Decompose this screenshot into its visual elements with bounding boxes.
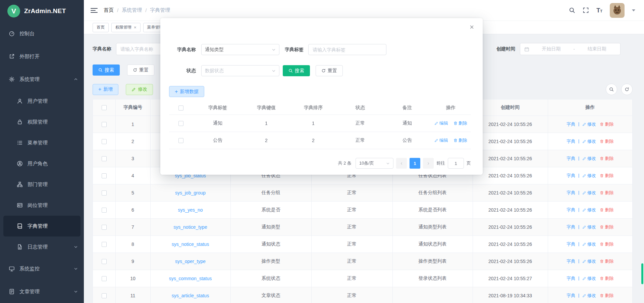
row-checkbox[interactable] xyxy=(102,242,107,247)
sidebar-item-menus[interactable]: 菜单管理 xyxy=(0,132,84,153)
breadcrumb-dictionary[interactable]: 字典管理 xyxy=(150,7,170,13)
delete-link[interactable]: 删除 xyxy=(600,156,613,162)
row-checkbox[interactable] xyxy=(102,122,107,127)
delete-link[interactable]: 删除 xyxy=(453,120,467,126)
row-checkbox[interactable] xyxy=(102,190,107,196)
delete-link[interactable]: 删除 xyxy=(453,137,467,143)
row-checkbox[interactable] xyxy=(102,259,107,264)
dict-link[interactable]: 字典 xyxy=(567,258,575,264)
edit-link[interactable]: 修改 xyxy=(582,173,596,179)
dict-link[interactable]: 字典 xyxy=(567,224,575,230)
dict-type-link[interactable]: sys_article_status xyxy=(172,293,209,298)
sidebar-item-articles[interactable]: 文章管理 xyxy=(0,280,84,303)
modal-reset-button[interactable]: 重置 xyxy=(316,65,343,76)
delete-link[interactable]: 删除 xyxy=(600,138,613,144)
edit-link[interactable]: 修改 xyxy=(582,138,596,144)
edit-link[interactable]: 修改 xyxy=(582,121,596,127)
sidebar-item-roles[interactable]: 用户角色 xyxy=(0,153,84,174)
status-select[interactable]: 数据状态 xyxy=(201,65,279,76)
dict-type-link[interactable]: sys_job_group xyxy=(175,190,206,196)
search-button[interactable]: 搜索 xyxy=(93,64,120,76)
close-icon[interactable]: × xyxy=(134,25,137,30)
dict-label-input[interactable] xyxy=(308,44,386,55)
row-checkbox[interactable] xyxy=(178,138,183,143)
sidebar-item-dictionary[interactable]: 字典管理 xyxy=(3,216,80,236)
breadcrumb-system[interactable]: 系统管理 xyxy=(122,7,142,13)
sidebar-item-permissions[interactable]: 权限管理 xyxy=(0,112,84,132)
reset-button[interactable]: 重置 xyxy=(127,64,154,76)
delete-link[interactable]: 删除 xyxy=(600,173,613,179)
breadcrumb-home[interactable]: 首页 xyxy=(104,7,114,13)
chevron-down-icon[interactable] xyxy=(632,9,635,13)
sidebar-item-monitor[interactable]: 系统监控 xyxy=(0,257,84,280)
fullscreen-icon[interactable] xyxy=(583,7,589,13)
add-data-button[interactable]: + 新增数据 xyxy=(169,86,204,97)
sidebar-item-posts[interactable]: 岗位管理 xyxy=(0,195,84,216)
sidebar-item-logs[interactable]: 日志管理 xyxy=(0,236,84,257)
row-checkbox[interactable] xyxy=(102,139,107,144)
dict-type-link[interactable]: sys_notice_type xyxy=(173,224,207,230)
edit-link[interactable]: 编辑 xyxy=(434,120,448,126)
prev-page-button[interactable]: ‹ xyxy=(396,158,407,169)
tab-home[interactable]: 首页 xyxy=(93,23,109,32)
avatar[interactable] xyxy=(610,3,625,18)
dict-type-link[interactable]: sys_yes_no xyxy=(178,207,203,213)
select-all-checkbox[interactable] xyxy=(102,105,107,110)
next-page-button[interactable]: › xyxy=(423,158,434,169)
edit-link[interactable]: 修改 xyxy=(582,156,596,162)
sidebar-item-users[interactable]: 用户管理 xyxy=(0,91,84,112)
page-size-select[interactable]: 10条/页 xyxy=(356,158,393,169)
row-checkbox[interactable] xyxy=(102,293,107,298)
delete-link[interactable]: 删除 xyxy=(600,275,613,282)
dict-link[interactable]: 字典 xyxy=(567,275,575,282)
delete-link[interactable]: 删除 xyxy=(600,293,613,299)
delete-link[interactable]: 删除 xyxy=(600,190,613,196)
sidebar-item-dashboard[interactable]: 控制台 xyxy=(0,22,84,45)
toggle-search-button[interactable] xyxy=(606,84,617,95)
row-checkbox[interactable] xyxy=(178,121,183,126)
dict-link[interactable]: 字典 xyxy=(567,190,575,196)
dict-type-link[interactable]: sys_notice_status xyxy=(172,242,209,247)
edit-link[interactable]: 修改 xyxy=(582,241,596,247)
dict-link[interactable]: 字典 xyxy=(567,138,575,144)
dict-type-link[interactable]: sys_common_status xyxy=(169,276,212,281)
close-icon[interactable]: × xyxy=(470,24,474,31)
search-icon[interactable] xyxy=(569,7,575,13)
edit-link[interactable]: 修改 xyxy=(582,207,596,213)
dict-link[interactable]: 字典 xyxy=(567,156,575,162)
font-size-icon[interactable]: TT xyxy=(596,7,602,13)
sidebar-toggle-icon[interactable] xyxy=(91,8,98,13)
sidebar-item-external[interactable]: 外部打开 xyxy=(0,45,84,68)
dict-link[interactable]: 字典 xyxy=(567,121,575,127)
tab-permission[interactable]: 权限管理 × xyxy=(111,23,141,32)
goto-page-input[interactable] xyxy=(448,158,464,169)
row-checkbox[interactable] xyxy=(102,156,107,161)
dict-link[interactable]: 字典 xyxy=(567,241,575,247)
edit-link[interactable]: 修改 xyxy=(582,190,596,196)
sidebar-item-system[interactable]: 系统管理 xyxy=(0,68,84,91)
page-1-button[interactable]: 1 xyxy=(410,158,420,169)
modal-search-button[interactable]: 搜索 xyxy=(283,65,310,76)
row-checkbox[interactable] xyxy=(102,225,107,230)
edit-link[interactable]: 编辑 xyxy=(434,137,448,143)
date-range-picker[interactable]: 开始日期 - 结束日期 xyxy=(520,43,621,55)
edit-link[interactable]: 修改 xyxy=(582,293,596,299)
dict-type-link[interactable]: sys_oper_type xyxy=(175,259,206,264)
row-checkbox[interactable] xyxy=(102,173,107,178)
dict-link[interactable]: 字典 xyxy=(567,207,575,213)
edit-button[interactable]: 修改 xyxy=(126,84,153,95)
add-button[interactable]: + 新增 xyxy=(93,84,118,95)
delete-link[interactable]: 删除 xyxy=(600,121,613,127)
delete-link[interactable]: 删除 xyxy=(600,241,613,247)
sidebar-item-departments[interactable]: 部门管理 xyxy=(0,174,84,195)
row-checkbox[interactable] xyxy=(102,276,107,281)
edit-link[interactable]: 修改 xyxy=(582,275,596,282)
scrollbar-thumb[interactable] xyxy=(641,263,643,284)
dict-link[interactable]: 字典 xyxy=(567,293,575,299)
edit-link[interactable]: 修改 xyxy=(582,258,596,264)
edit-link[interactable]: 修改 xyxy=(582,224,596,230)
row-checkbox[interactable] xyxy=(102,208,107,213)
delete-link[interactable]: 删除 xyxy=(600,258,613,264)
delete-link[interactable]: 删除 xyxy=(600,207,613,213)
refresh-table-button[interactable] xyxy=(621,84,633,95)
